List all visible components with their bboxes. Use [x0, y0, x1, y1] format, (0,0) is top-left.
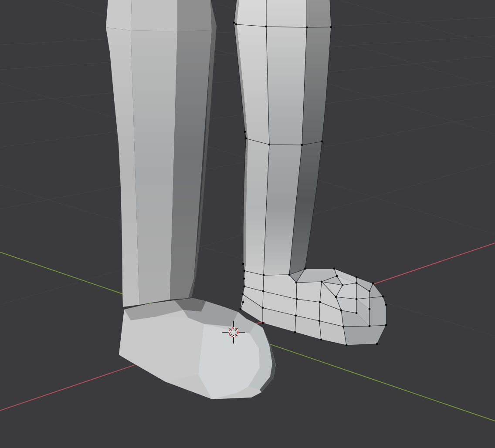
character-left-leg-mesh[interactable]	[106, 0, 217, 307]
blender-viewport-window	[0, 0, 495, 448]
3d-viewport[interactable]	[0, 0, 495, 448]
character-right-leg-mesh-edit[interactable]	[234, 0, 331, 275]
